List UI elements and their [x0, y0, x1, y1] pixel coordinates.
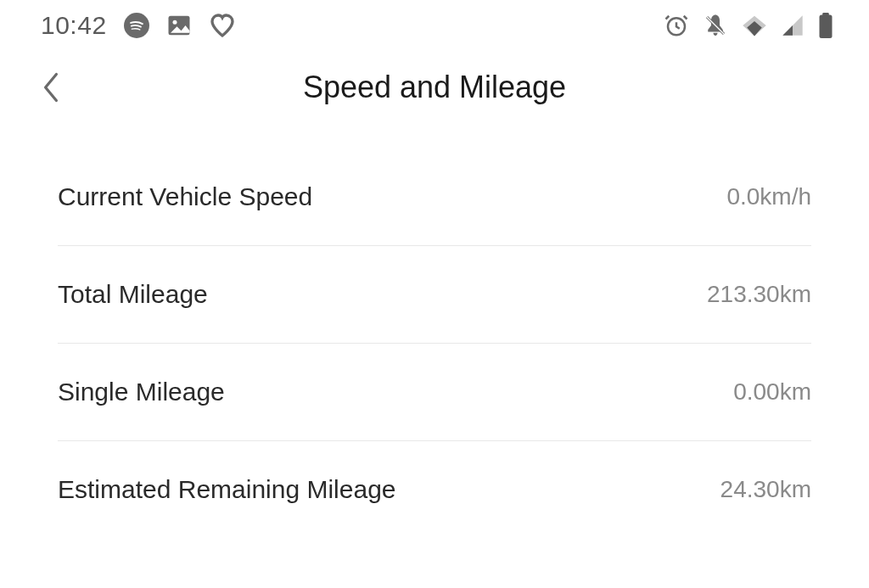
spotify-icon [124, 13, 149, 38]
total-mileage-row[interactable]: Total Mileage 213.30km [58, 246, 811, 344]
heart-icon [209, 12, 236, 39]
app-header: Speed and Mileage [0, 51, 869, 123]
signal-icon [781, 14, 805, 37]
svg-rect-7 [820, 15, 833, 39]
notifications-off-icon [703, 13, 728, 38]
list-item-label: Current Vehicle Speed [58, 182, 312, 211]
wifi-icon [742, 13, 767, 38]
list-item-value: 24.30km [720, 476, 811, 503]
status-bar: 10:42 [0, 0, 869, 51]
list-item-label: Total Mileage [58, 280, 208, 309]
single-mileage-row[interactable]: Single Mileage 0.00km [58, 344, 811, 441]
list-item-value: 0.00km [733, 378, 811, 406]
remaining-mileage-row[interactable]: Estimated Remaining Mileage 24.30km [58, 441, 811, 538]
current-speed-row[interactable]: Current Vehicle Speed 0.0km/h [58, 148, 811, 246]
battery-icon [818, 13, 833, 38]
content: Current Vehicle Speed 0.0km/h Total Mile… [0, 148, 869, 538]
alarm-icon [664, 13, 689, 38]
status-bar-left: 10:42 [41, 11, 236, 40]
page-title: Speed and Mileage [303, 70, 566, 105]
list-item-label: Single Mileage [58, 378, 225, 406]
back-button[interactable] [34, 70, 68, 104]
status-bar-right [664, 13, 833, 38]
list-item-value: 0.0km/h [726, 183, 811, 210]
list-item-value: 213.30km [707, 281, 811, 308]
list-item-label: Estimated Remaining Mileage [58, 475, 396, 504]
gallery-icon [166, 13, 192, 38]
clock: 10:42 [41, 11, 107, 40]
chevron-left-icon [42, 72, 60, 103]
svg-point-2 [172, 20, 177, 25]
